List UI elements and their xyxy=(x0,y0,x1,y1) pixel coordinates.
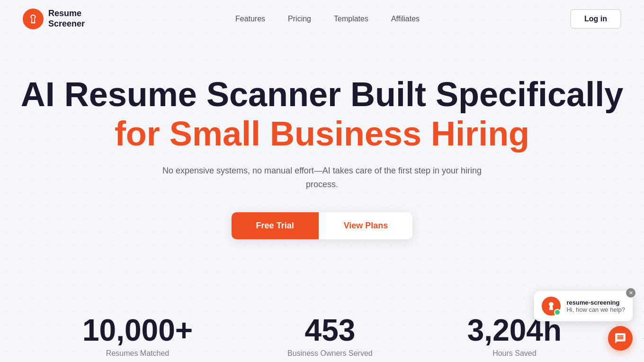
login-button[interactable]: Log in xyxy=(570,9,621,29)
chat-popup-wrapper: resume-screening Hi, how can we help? ✕ xyxy=(534,291,633,321)
stat-owners-label: Business Owners Served xyxy=(287,349,373,358)
stat-owners-number: 453 xyxy=(305,315,356,345)
logo-text: ResumeScreener xyxy=(48,9,85,29)
stat-resumes-label: Resumes Matched xyxy=(106,349,169,358)
logo-svg xyxy=(28,14,38,24)
nav-templates[interactable]: Templates xyxy=(334,15,368,23)
chat-close-button[interactable]: ✕ xyxy=(626,288,635,298)
chat-agent-name: resume-screening xyxy=(566,299,625,306)
chat-avatar xyxy=(542,297,561,316)
hero-section: AI Resume Scanner Built Specifically for… xyxy=(0,38,644,268)
nav-affiliates[interactable]: Affiliates xyxy=(391,15,420,23)
chat-avatar-icon xyxy=(546,301,556,311)
chat-open-button[interactable] xyxy=(608,326,633,351)
nav-pricing[interactable]: Pricing xyxy=(288,15,311,23)
hero-buttons: Free Trial View Plans xyxy=(232,212,413,239)
nav-links: Features Pricing Templates Affiliates xyxy=(235,15,420,23)
stat-hours-label: Hours Saved xyxy=(492,349,537,358)
logo-icon xyxy=(23,9,44,29)
chat-popup: resume-screening Hi, how can we help? xyxy=(534,291,633,321)
logo[interactable]: ResumeScreener xyxy=(23,9,85,29)
navbar: ResumeScreener Features Pricing Template… xyxy=(0,0,644,38)
stat-owners: 453 Business Owners Served xyxy=(287,315,373,358)
chat-widget: resume-screening Hi, how can we help? ✕ xyxy=(534,291,633,351)
chat-text: resume-screening Hi, how can we help? xyxy=(566,299,625,313)
free-trial-button[interactable]: Free Trial xyxy=(232,212,319,239)
chat-greeting: Hi, how can we help? xyxy=(566,306,625,313)
hero-title-black: AI Resume Scanner Built Specifically xyxy=(21,76,623,113)
nav-features[interactable]: Features xyxy=(235,15,265,23)
view-plans-button[interactable]: View Plans xyxy=(319,212,413,239)
logo-text-label: ResumeScreener xyxy=(48,9,85,28)
stat-resumes-number: 10,000+ xyxy=(82,315,193,345)
hero-title-orange: for Small Business Hiring xyxy=(115,115,529,153)
stat-resumes: 10,000+ Resumes Matched xyxy=(82,315,193,358)
hero-subtitle: No expensive systems, no manual effort—A… xyxy=(161,164,483,191)
chat-bubble-icon xyxy=(614,332,626,344)
